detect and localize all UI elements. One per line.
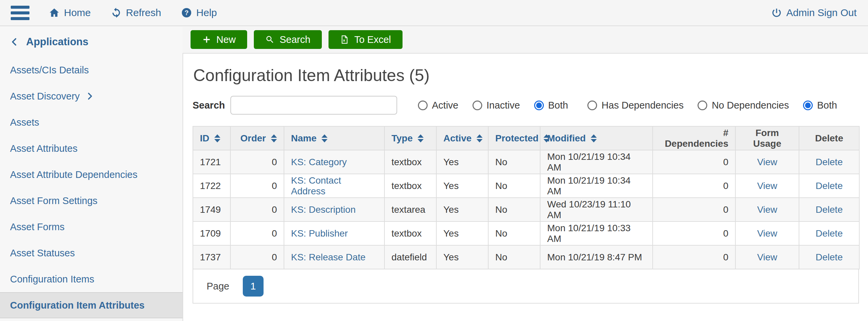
sidebar-item-label: Asset Attribute Dependencies: [10, 169, 137, 180]
top-navbar: HomeRefresh?Help Admin Sign Out: [0, 0, 868, 26]
magnifier-icon: [265, 35, 275, 44]
search-button[interactable]: Search: [254, 30, 322, 49]
radio-button-icon[interactable]: [472, 100, 482, 110]
column-header-label: Active: [443, 133, 471, 144]
sidebar-back-applications[interactable]: Applications: [0, 27, 183, 57]
radio-button-icon[interactable]: [418, 100, 428, 110]
radio-label: Inactive: [487, 100, 520, 111]
attribute-name-link[interactable]: KS: Category: [291, 157, 347, 167]
delete-link[interactable]: Delete: [816, 181, 843, 191]
cell-dependencies: 0: [653, 198, 735, 222]
column-header-label: # Dependencies: [660, 128, 728, 149]
column-header-order[interactable]: Order: [230, 126, 284, 150]
column-header-label: Name: [291, 133, 316, 144]
sidebar-item-configuration-items[interactable]: Configuration Items: [0, 266, 183, 292]
sidebar-item-label: Assets/CIs Details: [10, 65, 89, 76]
cell-active: Yes: [436, 198, 488, 222]
cell-name: KS: Description: [284, 198, 384, 222]
sidebar-item-asset-statuses[interactable]: Asset Statuses: [0, 240, 183, 266]
column-header-form-usage: Form Usage: [735, 126, 799, 150]
sidebar-item-asset-discovery[interactable]: Asset Discovery: [0, 83, 183, 109]
cell-name: KS: Release Date: [284, 245, 384, 269]
dependency-filter-group: Has DependenciesNo DependenciesBoth: [587, 100, 837, 111]
attributes-table: IDOrderNameTypeActiveProtectedModified# …: [192, 126, 860, 269]
radio-active-both[interactable]: Both: [534, 100, 568, 111]
nav-label: Home: [64, 7, 91, 19]
nav-refresh[interactable]: Refresh: [111, 7, 161, 19]
to-excel-button[interactable]: x To Excel: [329, 30, 403, 49]
nav-home[interactable]: Home: [49, 7, 91, 19]
radio-button-icon[interactable]: [587, 100, 597, 110]
page-title: Configuration Item Attributes (5): [193, 66, 859, 85]
delete-link[interactable]: Delete: [816, 252, 843, 262]
cell-form_usage: View: [735, 198, 799, 222]
toolbar: New Search x To Excel: [190, 30, 403, 49]
cell-form_usage: View: [735, 222, 799, 245]
content-panel: Configuration Item Attributes (5) Search…: [183, 53, 868, 321]
cell-order: 0: [230, 245, 284, 269]
view-form-usage-link[interactable]: View: [757, 157, 777, 167]
filter-row: Search ActiveInactiveBoth Has Dependenci…: [192, 96, 859, 115]
radio-dependency-has-dependencies[interactable]: Has Dependencies: [587, 100, 683, 111]
cell-active: Yes: [436, 245, 488, 269]
view-form-usage-link[interactable]: View: [757, 181, 777, 191]
cell-id: 1737: [193, 245, 230, 269]
attribute-name-link[interactable]: KS: Publisher: [291, 228, 348, 239]
radio-active-active[interactable]: Active: [418, 100, 459, 111]
new-button[interactable]: New: [190, 30, 247, 49]
menu-icon[interactable]: [11, 6, 29, 20]
column-header-type[interactable]: Type: [384, 126, 436, 150]
view-form-usage-link[interactable]: View: [757, 252, 777, 262]
column-header-active[interactable]: Active: [436, 126, 488, 150]
cell-order: 0: [230, 174, 284, 198]
column-header-label: Modified: [547, 133, 586, 144]
delete-link[interactable]: Delete: [816, 228, 843, 239]
refresh-icon: [111, 7, 122, 18]
delete-link[interactable]: Delete: [816, 204, 843, 215]
help-icon: ?: [181, 7, 192, 18]
sidebar-item-configuration-item-attributes[interactable]: Configuration Item Attributes: [0, 292, 183, 318]
sort-icon: [417, 134, 424, 142]
column-header-protected[interactable]: Protected: [488, 126, 540, 150]
sidebar-item-assets[interactable]: Assets: [0, 109, 183, 135]
radio-active-inactive[interactable]: Inactive: [472, 100, 520, 111]
sidebar-item-label: Asset Form Settings: [10, 195, 97, 206]
cell-form_usage: View: [735, 150, 799, 174]
radio-dependency-both[interactable]: Both: [803, 100, 837, 111]
cell-dependencies: 0: [653, 174, 735, 198]
column-header-id[interactable]: ID: [193, 126, 230, 150]
nav-help[interactable]: ?Help: [181, 7, 217, 19]
page-1-button[interactable]: 1: [243, 276, 264, 296]
table-row: 17220KS: Contact AddresstextboxYesNoMon …: [193, 174, 859, 198]
view-form-usage-link[interactable]: View: [757, 228, 777, 239]
sort-icon: [214, 134, 220, 142]
sidebar-item-assets-cis-details[interactable]: Assets/CIs Details: [0, 57, 183, 83]
column-header-name[interactable]: Name: [284, 126, 384, 150]
cell-dependencies: 0: [653, 222, 735, 245]
table-row: 17370KS: Release DatedatefieldYesNoMon 1…: [193, 245, 859, 269]
sidebar-item-asset-attributes[interactable]: Asset Attributes: [0, 135, 183, 162]
cell-modified: Mon 10/21/19 10:34 AM: [540, 174, 653, 198]
cell-id: 1709: [193, 222, 230, 245]
sidebar-item-asset-forms[interactable]: Asset Forms: [0, 214, 183, 240]
cell-modified: Mon 10/21/19 10:34 AM: [540, 150, 653, 174]
table-header-row: IDOrderNameTypeActiveProtectedModified# …: [193, 126, 859, 150]
sidebar-item-label: Asset Attributes: [10, 143, 78, 154]
delete-link[interactable]: Delete: [816, 157, 843, 167]
search-input[interactable]: [230, 96, 397, 115]
sign-out-button[interactable]: Admin Sign Out: [771, 7, 857, 19]
radio-dependency-no-dependencies[interactable]: No Dependencies: [698, 100, 789, 111]
cell-name: KS: Publisher: [284, 222, 384, 245]
view-form-usage-link[interactable]: View: [757, 204, 777, 215]
radio-button-icon[interactable]: [803, 100, 813, 110]
attribute-name-link[interactable]: KS: Description: [291, 204, 355, 215]
radio-button-icon[interactable]: [534, 100, 544, 110]
column-header-modified[interactable]: Modified: [540, 126, 653, 150]
column-header-delete: Delete: [799, 126, 859, 150]
sidebar-item-asset-attribute-dependencies[interactable]: Asset Attribute Dependencies: [0, 162, 183, 187]
sidebar-item-asset-form-settings[interactable]: Asset Form Settings: [0, 187, 183, 214]
attribute-name-link[interactable]: KS: Contact Address: [291, 175, 341, 196]
attribute-name-link[interactable]: KS: Release Date: [291, 252, 366, 262]
to-excel-button-label: To Excel: [354, 34, 391, 45]
radio-button-icon[interactable]: [698, 100, 707, 110]
